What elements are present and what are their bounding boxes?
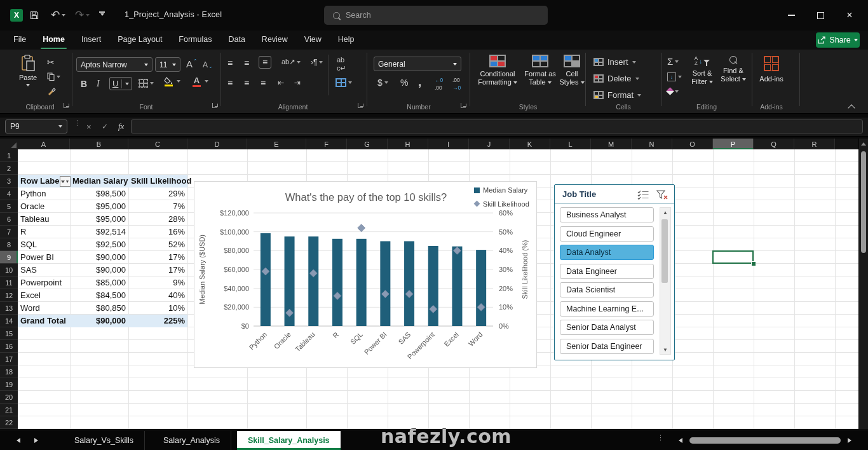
row-header-18[interactable]: 18	[0, 365, 18, 378]
slicer-item-data-engineer[interactable]: Data Engineer	[560, 264, 654, 279]
cell-styles-button[interactable]: Cell Styles	[559, 55, 585, 86]
row-header-11[interactable]: 11	[0, 276, 18, 289]
slicer-item-business-analyst[interactable]: Business Analyst	[560, 207, 654, 222]
align-bottom-button[interactable]: ≡	[259, 56, 271, 69]
align-middle-button[interactable]: ≡	[244, 58, 249, 68]
bold-button[interactable]: B	[81, 79, 87, 89]
clear-button[interactable]	[667, 88, 679, 94]
column-header-P[interactable]: P	[713, 139, 754, 149]
slicer-scrollbar[interactable]: ▲ ▼	[660, 207, 671, 355]
slicer-item-machine-learning-e-[interactable]: Machine Learning E...	[560, 301, 654, 317]
font-name-select[interactable]: Aptos Narrow	[76, 57, 153, 72]
search-input[interactable]: Search	[324, 6, 548, 25]
pivot-skill-likelihood[interactable]: 17%	[128, 251, 187, 264]
row-labels-filter-button[interactable]: ▼	[60, 176, 71, 187]
pivot-median-salary[interactable]: $95,000	[70, 200, 128, 213]
pivot-median-salary[interactable]: $85,000	[70, 276, 128, 289]
format-painter-button[interactable]	[47, 86, 56, 95]
namebox-resize-handle[interactable]: ⋮	[74, 121, 81, 125]
undo-button[interactable]: ↶	[51, 8, 65, 22]
column-header-D[interactable]: D	[187, 139, 247, 149]
ribbon-tab-formulas[interactable]: Formulas	[170, 31, 220, 50]
pivot-skill-name[interactable]: R	[18, 226, 70, 238]
align-left-button[interactable]: ≡	[227, 78, 233, 88]
pivot-skill-name[interactable]: SQL	[18, 238, 70, 251]
sheet-tab-salary_analysis[interactable]: Salary_Analysis	[153, 431, 231, 450]
close-button[interactable]: ×	[835, 0, 864, 31]
decrease-font-size-button[interactable]: A⌄	[203, 60, 213, 69]
number-format-select[interactable]: General	[374, 57, 461, 71]
select-all-corner[interactable]	[0, 139, 18, 150]
share-button[interactable]: Share	[816, 32, 860, 48]
slicer-item-data-analyst[interactable]: Data Analyst	[560, 245, 654, 260]
text-direction-button[interactable]: ›¶	[311, 58, 323, 67]
paste-button[interactable]: Paste	[15, 55, 41, 86]
row-header-14[interactable]: 14	[0, 315, 18, 327]
increase-font-size-button[interactable]: A⌃	[186, 58, 198, 69]
row-header-15[interactable]: 15	[0, 327, 18, 340]
pivot-skill-name[interactable]: Word	[18, 302, 70, 315]
pivot-skill-name[interactable]: Python	[18, 188, 70, 200]
slicer-item-data-scientist[interactable]: Data Scientist	[560, 282, 654, 297]
row-header-20[interactable]: 20	[0, 391, 18, 404]
chart-object[interactable]: $00%$20,00010%$40,00020%$60,00030%$80,00…	[194, 181, 537, 368]
maximize-button[interactable]	[806, 0, 835, 31]
pivot-skill-likelihood[interactable]: 10%	[128, 302, 187, 315]
align-center-button[interactable]: ≡	[244, 78, 249, 88]
pivot-median-salary[interactable]: $92,500	[70, 238, 128, 251]
column-header-E[interactable]: E	[247, 139, 306, 149]
column-header-M[interactable]: M	[591, 139, 632, 149]
pivot-grand-total-label[interactable]: Grand Total	[18, 315, 70, 327]
row-header-4[interactable]: 4	[0, 188, 18, 200]
row-header-19[interactable]: 19	[0, 378, 18, 391]
comma-style-button[interactable]: ,	[418, 75, 421, 89]
row-header-7[interactable]: 7	[0, 226, 18, 238]
wrap-text-button[interactable]: abc↵	[337, 57, 346, 71]
font-color-dropdown[interactable]	[205, 80, 208, 83]
row-header-13[interactable]: 13	[0, 302, 18, 315]
pivot-skill-name[interactable]: SAS	[18, 264, 70, 276]
row-header-10[interactable]: 10	[0, 264, 18, 276]
format-cells-button[interactable]: Format	[593, 90, 641, 100]
next-sheet-button[interactable]	[34, 438, 38, 443]
fill-button[interactable]: ↓	[667, 72, 682, 81]
align-right-button[interactable]: ≡	[261, 78, 266, 88]
row-header-8[interactable]: 8	[0, 238, 18, 251]
pivot-skill-likelihood[interactable]: 9%	[128, 276, 187, 289]
format-as-table-button[interactable]: Format as Table	[521, 55, 559, 86]
slicer-item-senior-data-analyst[interactable]: Senior Data Analyst	[560, 320, 654, 335]
merge-center-button[interactable]	[336, 78, 352, 87]
ribbon-tab-review[interactable]: Review	[254, 31, 296, 50]
insert-function-button[interactable]: fx	[118, 121, 124, 132]
pivot-skill-likelihood[interactable]: 7%	[128, 200, 187, 213]
font-size-select[interactable]: 11	[155, 57, 180, 72]
confirm-entry-button[interactable]: ✓	[102, 122, 108, 131]
column-header-C[interactable]: C	[128, 139, 187, 149]
cells-canvas[interactable]: Row LabelsMedian SalarySkill LikelihoodP…	[18, 149, 859, 429]
cut-button[interactable]: ✂	[47, 57, 55, 67]
pivot-skill-name[interactable]: Powerpoint	[18, 276, 70, 289]
number-dialog-launcher[interactable]	[461, 103, 466, 108]
row-header-22[interactable]: 22	[0, 416, 18, 429]
insert-cells-button[interactable]: Insert	[593, 57, 636, 67]
row-header-9[interactable]: 9	[0, 251, 18, 264]
hscroll-right-button[interactable]	[848, 438, 851, 443]
font-dialog-launcher[interactable]	[212, 103, 217, 108]
increase-decimal-button[interactable]: ←0.00	[435, 78, 443, 91]
row-header-1[interactable]: 1	[0, 149, 18, 162]
column-header-J[interactable]: J	[469, 139, 510, 149]
row-header-5[interactable]: 5	[0, 200, 18, 213]
slicer-clear-filter-button[interactable]	[656, 190, 668, 203]
pivot-header-median-salary[interactable]: Median Salary	[70, 175, 128, 188]
pivot-skill-name[interactable]: Oracle	[18, 200, 70, 213]
decrease-decimal-button[interactable]: .00→0	[452, 78, 461, 91]
accounting-format-button[interactable]: $	[377, 78, 388, 88]
font-color-button[interactable]: A	[193, 77, 201, 87]
pivot-median-salary[interactable]: $98,500	[70, 188, 128, 200]
pivot-skill-name[interactable]: Excel	[18, 289, 70, 302]
clipboard-dialog-launcher[interactable]	[64, 103, 69, 108]
row-header-21[interactable]: 21	[0, 404, 18, 416]
fill-color-button[interactable]	[164, 77, 173, 86]
minimize-button[interactable]	[776, 0, 806, 31]
autosum-button[interactable]: Σ	[667, 56, 679, 67]
